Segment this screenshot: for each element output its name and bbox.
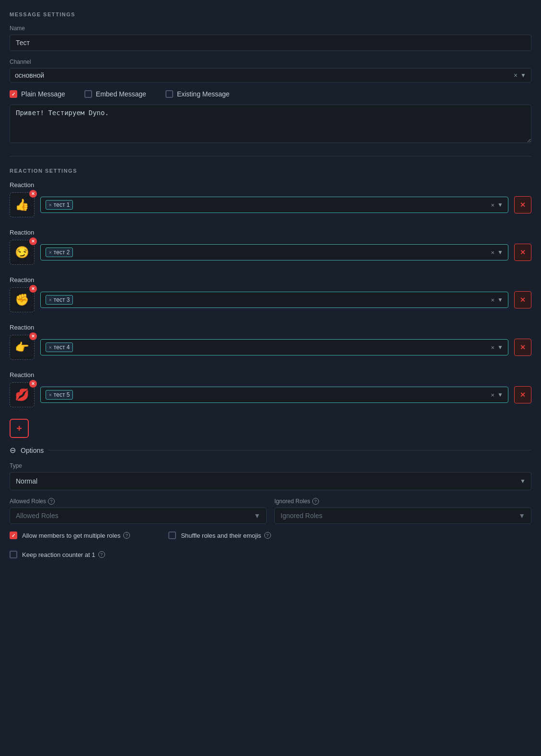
role-select-arrows-3[interactable]: × ▼ [491, 296, 503, 304]
shuffle-roles-label: Shuffle roles and their emojis ? [181, 532, 270, 539]
channel-clear-icon[interactable]: × [514, 71, 517, 79]
delete-reaction-2[interactable]: ✕ [514, 244, 531, 261]
reaction-label-5: Reaction [10, 371, 531, 378]
keep-counter-row: Keep reaction counter at 1 ? [10, 551, 531, 558]
allowed-roles-label: Allowed Roles ? [10, 498, 267, 505]
role-chevron-2[interactable]: ▼ [497, 249, 503, 256]
emoji-remove-3[interactable]: ✕ [29, 285, 37, 293]
reaction-label-2: Reaction [10, 229, 531, 236]
emoji-2: 😏 [15, 246, 29, 259]
channel-chevron-icon[interactable]: ▼ [520, 72, 526, 79]
embed-message-option[interactable]: Embed Message [84, 90, 146, 98]
emoji-box-1[interactable]: ✕ 👍 [10, 192, 35, 217]
plain-message-label: Plain Message [21, 90, 65, 98]
emoji-box-3[interactable]: ✕ ✊ [10, 287, 35, 312]
reaction-item-4: ✕ 👉 × тест 4 × ▼ ✕ [10, 335, 531, 360]
allow-multiple-row: Allow members to get multiple roles ? [10, 532, 130, 539]
existing-message-option[interactable]: Existing Message [165, 90, 230, 98]
channel-select[interactable]: основной × ▼ [10, 68, 531, 83]
role-chevron-3[interactable]: ▼ [497, 296, 503, 303]
reaction-item-2: ✕ 😏 × тест 2 × ▼ ✕ [10, 240, 531, 265]
ignored-roles-dropdown[interactable]: Ignored Roles ▼ [274, 508, 531, 524]
options-collapse-icon[interactable]: ⊖ [10, 446, 16, 455]
keep-counter-help-icon[interactable]: ? [98, 551, 105, 558]
emoji-box-4[interactable]: ✕ 👉 [10, 335, 35, 360]
role-select-1[interactable]: × тест 1 × ▼ [40, 197, 508, 213]
role-chevron-1[interactable]: ▼ [497, 201, 503, 208]
delete-reaction-3[interactable]: ✕ [514, 291, 531, 308]
role-select-3[interactable]: × тест 3 × ▼ [40, 292, 508, 308]
message-content-input[interactable]: Привет! Тестируем Dyno. [10, 105, 531, 143]
shuffle-roles-row: Shuffle roles and their emojis ? [168, 532, 270, 539]
role-clear-4[interactable]: × [491, 344, 495, 351]
emoji-3: ✊ [15, 293, 29, 307]
shuffle-roles-checkbox[interactable] [168, 532, 176, 539]
emoji-remove-5[interactable]: ✕ [29, 380, 37, 388]
role-tag-label-4: тест 4 [54, 344, 70, 351]
role-tag-1: × тест 1 [46, 200, 73, 210]
role-tag-5: × тест 5 [46, 390, 73, 400]
emoji-box-2[interactable]: ✕ 😏 [10, 240, 35, 265]
role-select-2[interactable]: × тест 2 × ▼ [40, 244, 508, 260]
type-select[interactable]: Normal Unique Verify Reversed [10, 472, 531, 490]
allow-multiple-checkbox[interactable] [10, 532, 17, 539]
role-clear-1[interactable]: × [491, 201, 495, 209]
options-section: ⊖ Options Type Normal Unique Verify Reve… [10, 446, 531, 558]
reaction-item-1: ✕ 👍 × тест 1 × ▼ ✕ [10, 192, 531, 217]
shuffle-help-icon[interactable]: ? [264, 532, 271, 539]
keep-counter-checkbox[interactable] [10, 551, 17, 558]
plain-message-option[interactable]: Plain Message [10, 90, 65, 98]
role-tag-label-1: тест 1 [54, 201, 70, 208]
role-select-arrows-5[interactable]: × ▼ [491, 391, 503, 399]
add-reaction-button[interactable]: + [10, 419, 29, 438]
delete-reaction-1[interactable]: ✕ [514, 196, 531, 213]
emoji-remove-1[interactable]: ✕ [29, 190, 37, 198]
allowed-roles-help-icon[interactable]: ? [48, 498, 55, 505]
role-select-5[interactable]: × тест 5 × ▼ [40, 387, 508, 403]
allow-multiple-label: Allow members to get multiple roles ? [22, 532, 130, 539]
role-tag-remove-5[interactable]: × [49, 392, 52, 398]
role-select-4[interactable]: × тест 4 × ▼ [40, 339, 508, 355]
allowed-roles-dropdown[interactable]: Allowed Roles ▼ [10, 508, 267, 524]
emoji-5: 💋 [15, 388, 29, 402]
ignored-roles-label: Ignored Roles ? [274, 498, 531, 505]
message-settings-title: MESSAGE SETTINGS [10, 12, 531, 17]
allow-multiple-help-icon[interactable]: ? [123, 532, 130, 539]
roles-row: Allowed Roles ? Allowed Roles ▼ Ignored … [10, 498, 531, 524]
type-field-group: Type Normal Unique Verify Reversed ▼ [10, 462, 531, 490]
reaction-label-1: Reaction [10, 181, 531, 189]
name-input[interactable] [10, 35, 531, 51]
ignored-roles-help-icon[interactable]: ? [312, 498, 319, 505]
name-label: Name [10, 25, 531, 32]
role-select-arrows-2[interactable]: × ▼ [491, 249, 503, 256]
existing-message-radio[interactable] [165, 90, 173, 98]
role-select-arrows-4[interactable]: × ▼ [491, 344, 503, 351]
delete-reaction-4[interactable]: ✕ [514, 339, 531, 356]
options-header-divider [48, 450, 531, 450]
role-tag-label-5: тест 5 [54, 391, 70, 398]
role-tag-remove-1[interactable]: × [49, 202, 52, 208]
reaction-row-2: Reaction ✕ 😏 × тест 2 × ▼ ✕ [10, 229, 531, 265]
emoji-remove-2[interactable]: ✕ [29, 237, 37, 245]
role-clear-3[interactable]: × [491, 296, 495, 304]
channel-field-group: Channel основной × ▼ [10, 59, 531, 83]
role-tag-remove-3[interactable]: × [49, 297, 52, 303]
role-chevron-5[interactable]: ▼ [497, 391, 503, 398]
name-field-group: Name [10, 25, 531, 51]
role-chevron-4[interactable]: ▼ [497, 344, 503, 351]
reaction-row-5: Reaction ✕ 💋 × тест 5 × ▼ ✕ [10, 371, 531, 407]
delete-reaction-5[interactable]: ✕ [514, 386, 531, 403]
role-tag-remove-4[interactable]: × [49, 345, 52, 350]
emoji-box-5[interactable]: ✕ 💋 [10, 382, 35, 407]
role-tag-label-3: тест 3 [54, 296, 70, 303]
embed-message-radio[interactable] [84, 90, 92, 98]
role-clear-2[interactable]: × [491, 249, 495, 256]
role-tag-remove-2[interactable]: × [49, 250, 52, 255]
checkbox-options-row-1: Allow members to get multiple roles ? Sh… [10, 532, 531, 545]
role-select-arrows-1[interactable]: × ▼ [491, 201, 503, 209]
role-clear-5[interactable]: × [491, 391, 495, 399]
allowed-roles-chevron-icon: ▼ [254, 512, 260, 520]
plain-message-radio[interactable] [10, 90, 17, 98]
emoji-1: 👍 [15, 198, 29, 212]
emoji-remove-4[interactable]: ✕ [29, 332, 37, 340]
